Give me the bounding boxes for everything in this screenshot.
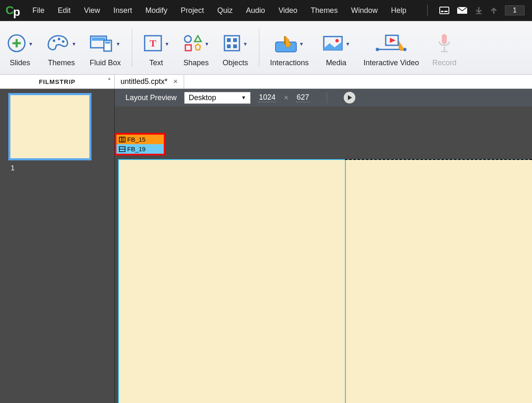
slide-thumbnail[interactable] <box>8 93 91 160</box>
slide-number: 1 <box>11 165 15 172</box>
tb-text-label: Text <box>149 59 163 67</box>
tb-record-label: Record <box>432 59 456 67</box>
logo-letter-c: C <box>5 4 14 17</box>
fluidbox-tag-fb15[interactable]: FB_15 <box>116 135 164 144</box>
menu-themes[interactable]: Themes <box>304 6 345 15</box>
shapes-icon <box>183 34 203 52</box>
menu-modify[interactable]: Modify <box>139 6 174 15</box>
svg-marker-30 <box>390 38 396 43</box>
download-arrow-icon[interactable] <box>475 6 483 15</box>
fluidbox-tag-highlight: FB_15 FB_19 <box>115 133 165 155</box>
tb-themes[interactable]: ▼ Themes <box>40 21 83 74</box>
main-area: 1 Layout Preview Desktop ▼ 1024 × 627 <box>0 89 532 403</box>
tb-text[interactable]: T ▼ Text <box>136 21 176 74</box>
fb15-label: FB_15 <box>127 136 145 143</box>
play-button[interactable] <box>344 92 355 103</box>
fluidbox-tag-fb19[interactable]: FB_19 <box>116 144 164 154</box>
fluidbox-right[interactable] <box>345 160 532 403</box>
svg-point-8 <box>53 39 55 42</box>
svg-rect-0 <box>440 7 449 14</box>
logo-letter-p: p <box>13 5 20 19</box>
menu-edit[interactable]: Edit <box>51 6 77 15</box>
tb-record[interactable]: Record <box>426 21 463 74</box>
vertical-layout-icon <box>119 137 126 143</box>
tb-media-label: Media <box>326 59 346 67</box>
svg-rect-38 <box>119 137 125 142</box>
menu-video[interactable]: Video <box>272 6 304 15</box>
slide-canvas[interactable] <box>119 160 532 403</box>
chevron-down-icon: ▼ <box>71 41 76 47</box>
svg-point-28 <box>335 39 339 42</box>
chevron-down-icon: ▼ <box>299 41 304 47</box>
menu-file[interactable]: File <box>26 6 51 15</box>
text-icon: T <box>143 34 163 52</box>
chevron-down-icon: ▼ <box>28 41 33 47</box>
document-tab[interactable]: untitled5.cptx* × <box>115 75 184 88</box>
svg-text:T: T <box>150 38 156 49</box>
menu-window[interactable]: Window <box>345 6 384 15</box>
tb-fluidbox[interactable]: ▼ Fluid Box <box>83 21 128 74</box>
close-tab-button[interactable]: × <box>173 77 178 86</box>
menu-view[interactable]: View <box>77 6 107 15</box>
tap-icon <box>275 34 297 53</box>
tb-media[interactable]: ▼ Media <box>315 21 357 74</box>
filmstrip-header[interactable]: FILMSTRIP ▲ <box>0 75 115 88</box>
upload-arrow-icon[interactable] <box>490 6 498 15</box>
tb-interactive-video[interactable]: Interactive Video <box>357 21 426 74</box>
menu-quiz[interactable]: Quiz <box>211 6 239 15</box>
svg-rect-25 <box>233 44 237 48</box>
collapse-triangle-icon[interactable]: ▲ <box>107 76 112 81</box>
preview-mode-select[interactable]: Desktop ▼ <box>184 92 251 104</box>
svg-rect-22 <box>227 38 231 42</box>
tb-interactions[interactable]: ▼ Interactions <box>264 21 315 74</box>
toolbar-divider <box>259 29 259 67</box>
chevron-down-icon: ▼ <box>241 95 246 101</box>
zoom-level[interactable]: 1 <box>505 5 525 15</box>
selection-marquee <box>345 159 532 160</box>
menu-divider <box>427 5 428 16</box>
menu-audio[interactable]: Audio <box>239 6 272 15</box>
interactive-video-icon <box>376 34 406 53</box>
preview-height[interactable]: 627 <box>296 93 310 102</box>
canvas-wrap: FB_15 FB_19 <box>115 106 532 403</box>
play-icon <box>347 95 352 101</box>
app-logo: C p <box>0 4 26 17</box>
tb-shapes[interactable]: ▼ Shapes <box>176 21 216 74</box>
subtitles-icon[interactable] <box>439 6 449 15</box>
tb-slides[interactable]: ▼ Slides <box>0 21 40 74</box>
preview-width[interactable]: 1024 <box>258 93 276 102</box>
chevron-down-icon: ▼ <box>116 41 121 47</box>
svg-rect-19 <box>185 45 191 51</box>
svg-marker-18 <box>195 36 201 42</box>
tb-fluidbox-label: Fluid Box <box>90 59 121 67</box>
tb-objects[interactable]: ▼ Objects <box>216 21 255 74</box>
tb-interactions-label: Interactions <box>270 59 309 67</box>
tb-ivideo-label: Interactive Video <box>364 59 419 67</box>
svg-marker-37 <box>348 95 352 100</box>
grid-icon <box>223 34 241 52</box>
canvas-area: Layout Preview Desktop ▼ 1024 × 627 FB_1… <box>115 89 532 403</box>
filmstrip-header-label: FILMSTRIP <box>39 78 75 85</box>
menu-bar: C p File Edit View Insert Modify Project… <box>0 0 532 21</box>
mail-icon[interactable] <box>457 7 468 14</box>
layout-preview-bar: Layout Preview Desktop ▼ 1024 × 627 <box>115 89 532 106</box>
svg-rect-23 <box>233 38 237 42</box>
svg-rect-14 <box>105 42 110 44</box>
menu-help[interactable]: Help <box>384 6 413 15</box>
chevron-down-icon: ▼ <box>345 41 350 47</box>
menu-right-cluster: 1 <box>423 5 532 16</box>
preview-mode-value: Desktop <box>189 93 216 102</box>
tb-objects-label: Objects <box>223 59 248 67</box>
fluidbox-left[interactable] <box>119 160 345 403</box>
menu-insert[interactable]: Insert <box>107 6 139 15</box>
plus-circle-icon <box>7 33 27 53</box>
svg-rect-2 <box>444 11 448 12</box>
preview-sep: × <box>284 93 288 102</box>
fluidbox-icon <box>90 34 114 53</box>
palette-icon <box>47 34 70 52</box>
filmstrip-panel: 1 <box>0 89 115 403</box>
svg-rect-34 <box>442 34 447 44</box>
svg-point-9 <box>58 38 60 40</box>
ribbon-toolbar: ▼ Slides ▼ Themes ▼ Fluid Box T ▼ Text <box>0 21 532 75</box>
menu-project[interactable]: Project <box>174 6 211 15</box>
